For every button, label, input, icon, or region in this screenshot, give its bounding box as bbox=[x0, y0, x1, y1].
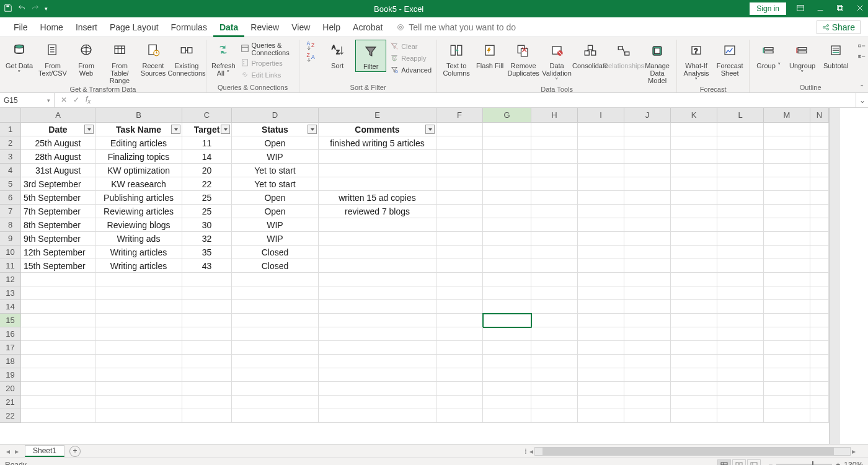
from-tablerange-button[interactable]: From Table/ Range bbox=[104, 40, 135, 86]
cell-L4[interactable] bbox=[717, 164, 764, 177]
sort-az-button[interactable]: AZZA bbox=[303, 40, 319, 63]
cell-E7[interactable]: reviewed 7 blogs bbox=[319, 205, 436, 218]
cancel-formula-icon[interactable]: ✕ bbox=[61, 95, 67, 104]
cell-N15[interactable] bbox=[810, 314, 829, 327]
cell-K18[interactable] bbox=[671, 355, 717, 368]
cell-I22[interactable] bbox=[578, 409, 624, 423]
cell-A12[interactable] bbox=[21, 273, 95, 286]
cell-I8[interactable] bbox=[578, 218, 624, 232]
from-web-button[interactable]: From Web bbox=[71, 40, 102, 78]
cell-F16[interactable] bbox=[436, 327, 483, 341]
cell-C18[interactable] bbox=[182, 355, 232, 368]
cell-M22[interactable] bbox=[764, 409, 810, 423]
cell-M4[interactable] bbox=[764, 164, 810, 177]
row-header-2[interactable]: 2 bbox=[0, 136, 21, 150]
tab-review[interactable]: Review bbox=[244, 17, 285, 37]
column-header-E[interactable]: E bbox=[319, 108, 436, 123]
cell-E14[interactable] bbox=[319, 300, 436, 314]
cell-B12[interactable] bbox=[95, 273, 182, 286]
cell-M10[interactable] bbox=[764, 246, 810, 259]
cell-F11[interactable] bbox=[436, 259, 483, 273]
tab-formulas[interactable]: Formulas bbox=[165, 17, 213, 37]
cell-K20[interactable] bbox=[671, 382, 717, 396]
clear-button[interactable]: Clear bbox=[389, 41, 433, 52]
row-header-1[interactable]: 1 bbox=[0, 123, 21, 136]
cell-L6[interactable] bbox=[717, 191, 764, 205]
cell-A19[interactable] bbox=[21, 368, 95, 382]
cell-F8[interactable] bbox=[436, 218, 483, 232]
cell-C7[interactable]: 25 bbox=[182, 205, 232, 218]
cell-A21[interactable] bbox=[21, 396, 95, 409]
cell-E1[interactable]: Comments bbox=[319, 123, 436, 136]
cell-K22[interactable] bbox=[671, 409, 717, 423]
cell-B1[interactable]: Task Name bbox=[95, 123, 182, 136]
cell-H22[interactable] bbox=[531, 409, 578, 423]
cell-E12[interactable] bbox=[319, 273, 436, 286]
new-sheet-button[interactable]: + bbox=[69, 446, 81, 457]
cell-G19[interactable] bbox=[483, 368, 531, 382]
cell-N9[interactable] bbox=[810, 232, 829, 246]
cell-D19[interactable] bbox=[232, 368, 319, 382]
cell-K9[interactable] bbox=[671, 232, 717, 246]
cell-F15[interactable] bbox=[436, 314, 483, 327]
sheet-prev-icon[interactable]: ◂ bbox=[6, 447, 10, 456]
filter-dropdown-icon[interactable] bbox=[308, 125, 317, 134]
cell-J4[interactable] bbox=[624, 164, 671, 177]
filter-dropdown-icon[interactable] bbox=[84, 125, 94, 134]
cell-J19[interactable] bbox=[624, 368, 671, 382]
cell-D7[interactable]: Open bbox=[232, 205, 319, 218]
cell-K11[interactable] bbox=[671, 259, 717, 273]
cell-A15[interactable] bbox=[21, 314, 95, 327]
cell-I5[interactable] bbox=[578, 177, 624, 191]
cell-B21[interactable] bbox=[95, 396, 182, 409]
ribbon-display-icon[interactable] bbox=[796, 4, 805, 14]
cell-N14[interactable] bbox=[810, 300, 829, 314]
cell-F4[interactable] bbox=[436, 164, 483, 177]
column-header-M[interactable]: M bbox=[764, 108, 810, 123]
existing-connections-button[interactable]: Existing Connections bbox=[171, 40, 202, 78]
tab-help[interactable]: Help bbox=[316, 17, 347, 37]
cell-I15[interactable] bbox=[578, 314, 624, 327]
cell-M14[interactable] bbox=[764, 300, 810, 314]
cell-C10[interactable]: 35 bbox=[182, 246, 232, 259]
cell-A11[interactable]: 15th September bbox=[21, 259, 95, 273]
cell-C9[interactable]: 32 bbox=[182, 232, 232, 246]
cell-M19[interactable] bbox=[764, 368, 810, 382]
filter-button[interactable]: Filter bbox=[355, 40, 386, 72]
row-header-16[interactable]: 16 bbox=[0, 327, 21, 341]
cell-I11[interactable] bbox=[578, 259, 624, 273]
enter-formula-icon[interactable]: ✓ bbox=[73, 95, 79, 104]
cell-M15[interactable] bbox=[764, 314, 810, 327]
cell-E8[interactable] bbox=[319, 218, 436, 232]
cell-C8[interactable]: 30 bbox=[182, 218, 232, 232]
cell-G15[interactable] bbox=[483, 314, 531, 327]
row-header-18[interactable]: 18 bbox=[0, 355, 21, 368]
row-header-5[interactable]: 5 bbox=[0, 177, 21, 191]
row-header-17[interactable]: 17 bbox=[0, 341, 21, 355]
show-detail-button[interactable] bbox=[856, 41, 867, 51]
cell-A5[interactable]: 3rd September bbox=[21, 177, 95, 191]
whatif-button[interactable]: ?What-If Analysis ˅ bbox=[681, 40, 712, 86]
cell-N19[interactable] bbox=[810, 368, 829, 382]
cell-J17[interactable] bbox=[624, 341, 671, 355]
cell-A20[interactable] bbox=[21, 382, 95, 396]
cell-L12[interactable] bbox=[717, 273, 764, 286]
cell-H8[interactable] bbox=[531, 218, 578, 232]
cell-J12[interactable] bbox=[624, 273, 671, 286]
cell-K4[interactable] bbox=[671, 164, 717, 177]
cell-J6[interactable] bbox=[624, 191, 671, 205]
cell-H11[interactable] bbox=[531, 259, 578, 273]
cell-K1[interactable] bbox=[671, 123, 717, 136]
cell-E20[interactable] bbox=[319, 382, 436, 396]
cell-K12[interactable] bbox=[671, 273, 717, 286]
cell-E16[interactable] bbox=[319, 327, 436, 341]
cell-N21[interactable] bbox=[810, 396, 829, 409]
cell-G16[interactable] bbox=[483, 327, 531, 341]
cell-J13[interactable] bbox=[624, 286, 671, 300]
column-header-B[interactable]: B bbox=[95, 108, 182, 123]
cell-J14[interactable] bbox=[624, 300, 671, 314]
cell-H21[interactable] bbox=[531, 396, 578, 409]
undo-icon[interactable] bbox=[17, 4, 26, 14]
cell-H5[interactable] bbox=[531, 177, 578, 191]
cell-G13[interactable] bbox=[483, 286, 531, 300]
